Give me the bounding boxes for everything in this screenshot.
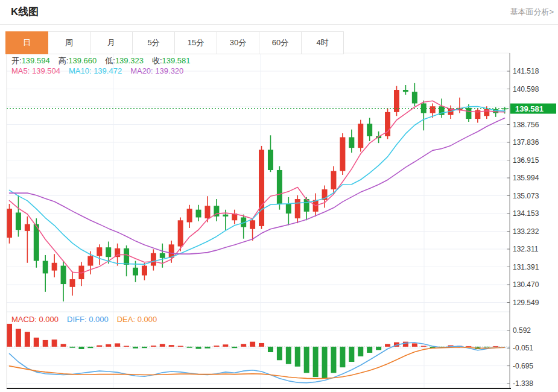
candle-body — [16, 212, 21, 230]
macd-histogram-bar — [268, 347, 273, 352]
ma-item: MA20: 139.320 — [130, 66, 183, 75]
candle-body — [106, 247, 111, 257]
ma-readout: MA5: 139.504MA10: 139.472MA20: 139.320 — [11, 66, 192, 75]
macd-histogram-bar — [313, 347, 319, 377]
candle-body — [124, 248, 129, 265]
candle-body — [187, 209, 192, 222]
axis-label: 137.836 — [513, 138, 539, 147]
candle-body — [204, 206, 210, 218]
tab-period-周[interactable]: 周 — [48, 31, 90, 54]
candle-body — [277, 170, 282, 204]
macd-histogram-bar — [493, 346, 498, 347]
tab-period-30分[interactable]: 30分 — [217, 31, 259, 54]
candle-body — [349, 138, 354, 148]
candle-body — [250, 220, 255, 229]
macd-histogram-bar — [286, 347, 291, 364]
macd-histogram-bar — [61, 344, 66, 347]
macd-histogram-bar — [178, 346, 183, 346]
axis-label: 129.549 — [513, 299, 539, 307]
macd-histogram-bar — [403, 342, 408, 347]
macd-item: DIFF: 0.000 — [67, 315, 109, 324]
tab-period-月[interactable]: 月 — [90, 31, 133, 54]
macd-histogram-bar — [124, 346, 129, 346]
candle-body — [223, 215, 228, 217]
macd-histogram-bar — [133, 347, 138, 349]
axis-label: -1.338 — [513, 379, 533, 388]
axis-label: 132.311 — [513, 245, 539, 253]
candle-body — [61, 266, 66, 284]
macd-histogram-bar — [214, 346, 219, 347]
candle-body — [430, 106, 436, 113]
macd-histogram-bar — [87, 347, 93, 348]
candle-body — [286, 204, 291, 213]
macd-item: MACD: 0.000 — [11, 315, 59, 324]
period-tab-bar: 日周月5分15分30分60分4时 — [6, 31, 344, 54]
axis-label: 138.756 — [513, 121, 539, 129]
axis-label: 133.232 — [513, 227, 539, 236]
axis-label: 134.153 — [513, 209, 539, 218]
ohlc-readout: 开:139.594高:139.660低:139.323收:139.581 — [11, 55, 199, 66]
candle-body — [403, 90, 408, 92]
macd-histogram-bar — [115, 343, 120, 346]
macd-histogram-bar — [412, 343, 417, 346]
candle-body — [466, 108, 471, 119]
tab-period-5分[interactable]: 5分 — [132, 31, 175, 54]
axis-label: 0.592 — [513, 326, 531, 335]
macd-histogram-bar — [232, 347, 237, 348]
macd-histogram-bar — [70, 347, 75, 348]
macd-histogram-bar — [358, 347, 363, 356]
macd-histogram-bar — [304, 347, 309, 373]
candle-body — [97, 247, 102, 256]
candle-body — [25, 224, 30, 231]
axis-label: 141.518 — [513, 67, 539, 75]
candle-body — [484, 109, 489, 116]
macd-histogram-bar — [376, 347, 381, 350]
candle-body — [412, 92, 417, 103]
current-price-badge-label: 139.581 — [515, 104, 544, 113]
macd-histogram-bar — [349, 347, 354, 362]
candle-body — [151, 253, 156, 266]
ma-item: MA10: 139.472 — [69, 66, 122, 75]
macd-histogram-bar — [7, 324, 12, 347]
macd-histogram-bar — [52, 340, 57, 347]
macd-histogram-bar — [25, 332, 30, 347]
candle-body — [259, 150, 264, 226]
ohlc-item: 低:139.323 — [105, 55, 144, 66]
axis-label: 136.915 — [513, 156, 539, 165]
macd-histogram-bar — [250, 342, 255, 347]
macd-histogram-bar — [340, 347, 345, 367]
candle-body — [331, 171, 336, 189]
candle-body — [268, 150, 273, 170]
axis-label: -0.695 — [513, 362, 533, 370]
macd-histogram-bar — [295, 347, 300, 367]
candle-body — [178, 220, 183, 246]
axis-label: 135.073 — [513, 192, 539, 200]
candle-body — [367, 124, 372, 136]
candle-body — [87, 256, 93, 266]
ma20-line — [10, 118, 505, 254]
macd-histogram-bar — [466, 346, 471, 347]
candle-body — [358, 124, 363, 148]
candle-body — [7, 209, 12, 238]
ma10-line — [10, 107, 505, 265]
macd-histogram-bar — [385, 344, 390, 347]
tab-period-15分[interactable]: 15分 — [174, 31, 217, 54]
ohlc-item: 开:139.594 — [11, 55, 50, 66]
macd-histogram-bar — [367, 347, 372, 353]
axis-label: 131.391 — [513, 263, 539, 271]
macd-histogram-bar — [16, 329, 21, 347]
ohlc-item: 收:139.581 — [152, 55, 191, 66]
candle-body — [196, 210, 201, 218]
tab-period-日[interactable]: 日 — [5, 31, 48, 54]
candle-body — [70, 279, 75, 287]
macd-histogram-bar — [223, 344, 228, 347]
macd-histogram-bar — [78, 347, 84, 349]
macd-histogram-bar — [204, 347, 210, 349]
candle-body — [340, 138, 345, 171]
tab-period-60分[interactable]: 60分 — [259, 31, 302, 54]
tab-period-4时[interactable]: 4时 — [301, 31, 344, 54]
candle-body — [52, 263, 57, 271]
candle-body — [142, 266, 147, 276]
macd-histogram-bar — [106, 344, 111, 347]
ma-item: MA5: 139.504 — [11, 66, 60, 75]
